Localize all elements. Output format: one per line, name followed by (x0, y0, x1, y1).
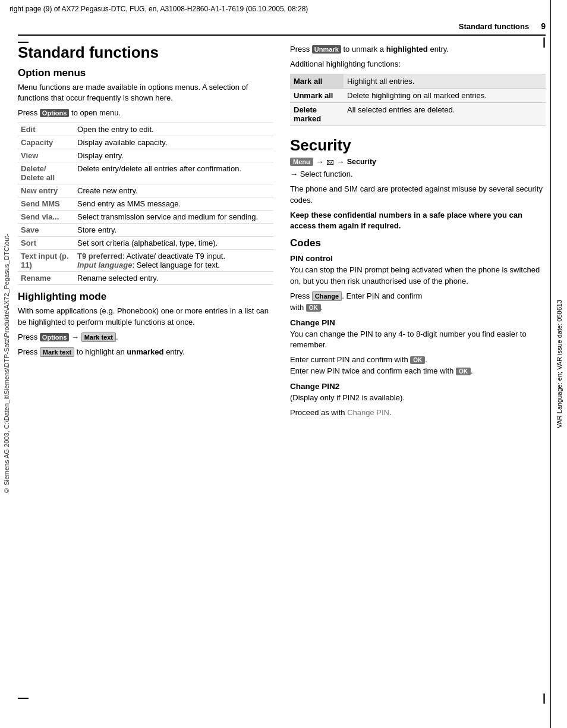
option-key: View (18, 149, 74, 162)
security-title: Security (290, 137, 546, 154)
menu-navigation-line: Menu → 🖂 → Security (290, 157, 546, 167)
option-key: Sort (18, 237, 74, 250)
option-key: Text input (p. 11) (18, 250, 74, 272)
table-row: Send MMSSend entry as MMS message. (18, 197, 273, 211)
table-row: RenameRename selected entry. (18, 272, 273, 285)
hl-key: Mark all (290, 74, 344, 88)
option-value: Display available capacity. (74, 136, 273, 149)
col-right: Press Unmark to unmark a highlighted ent… (290, 44, 546, 422)
option-key: Save (18, 224, 74, 237)
option-key: New entry (18, 184, 74, 197)
arrow1: → (316, 157, 324, 167)
arrow2: → (336, 157, 345, 167)
change-pin-heading: Change PIN (290, 318, 546, 327)
option-value: Delete entry/delete all entries after co… (74, 162, 273, 184)
pin-control-change-line: Press Change. Enter PIN and confirm with… (290, 291, 546, 313)
table-row: Delete markedAll selected entries are de… (290, 102, 546, 125)
main-section-title: Standard functions (18, 44, 273, 61)
main-content: Standard functions 9 Standard functions … (18, 15, 546, 422)
additional-highlighting-label: Additional highlighting functions: (290, 59, 546, 70)
hl-value: All selected entries are deleted. (344, 102, 546, 125)
hl-key: Unmark all (290, 88, 344, 102)
sim-icon: 🖂 (326, 158, 334, 167)
security-warning: Keep these confidential numbers in a saf… (290, 210, 546, 231)
change-key: Change (312, 291, 342, 301)
hl-value: Delete highlighting on all marked entrie… (344, 88, 546, 102)
change-pin-link: Change PIN (347, 408, 389, 417)
option-value: Rename selected entry. (74, 272, 273, 285)
table-row: ViewDisplay entry. (18, 149, 273, 162)
left-sidebar: © Siemens AG 2003, C:\Daten_it\Siemens\D… (0, 0, 13, 728)
options-key: Options (40, 109, 70, 117)
option-value: Open the entry to edit. (74, 123, 273, 136)
two-col-layout: Standard functions Option menus Menu fun… (18, 44, 546, 422)
table-row: Send via...Select transmission service a… (18, 211, 273, 224)
select-function-line: → Select function. (290, 169, 546, 180)
option-value: Store entry. (74, 224, 273, 237)
option-key: Edit (18, 123, 74, 136)
corner-mark-tl: — (18, 36, 29, 48)
ok-key3: OK (456, 368, 471, 375)
table-row: New entryCreate new entry. (18, 184, 273, 197)
press-options-line: Press Options to open menu. (18, 108, 273, 119)
hl-value: Highlight all entries. (344, 74, 546, 88)
pin-control-heading: PIN control (290, 254, 546, 263)
top-bar-text: right page (9) of AX72 Pegasus-DTC, FUG,… (10, 5, 308, 13)
ok-key2: OK (410, 356, 425, 364)
page-header-number: 9 (541, 21, 546, 31)
security-intro: The phone and SIM card are protected aga… (290, 184, 546, 206)
press-unmark-line: Press Unmark to unmark a highlighted ent… (290, 44, 546, 55)
option-key: Capacity (18, 136, 74, 149)
unmark-key: Unmark (312, 45, 341, 54)
mark-text-key: Mark text (81, 332, 116, 342)
change-pin-text1: You can change the PIN to any 4- to 8-di… (290, 329, 546, 352)
left-sidebar-text: © Siemens AG 2003, C:\Daten_it\Siemens\D… (3, 234, 10, 494)
page-header-title: Standard functions (459, 22, 529, 31)
corner-mark-bl: — (18, 692, 29, 704)
change-pin-lines: Enter current PIN and confirm with OK. E… (290, 354, 546, 377)
option-value: Create new entry. (74, 184, 273, 197)
option-value: Set sort criteria (alphabetical, type, t… (74, 237, 273, 250)
highlighting-heading: Highlighting mode (18, 291, 273, 303)
change-pin2-text2: Proceed as with Change PIN. (290, 407, 546, 419)
option-menus-heading: Option menus (18, 67, 273, 79)
table-row: EditOpen the entry to edit. (18, 123, 273, 136)
right-sidebar-text: VAR Language: en; VAR issue date: 050613 (556, 300, 563, 428)
security-label: Security (347, 158, 376, 166)
change-pin2-heading: Change PIN2 (290, 382, 546, 391)
top-bar: right page (9) of AX72 Pegasus-DTC, FUG,… (0, 0, 567, 15)
table-row: Mark allHighlight all entries. (290, 74, 546, 88)
option-key: Send via... (18, 211, 74, 224)
highlighting-options-key: Options (40, 333, 70, 341)
table-row: Unmark allDelete highlighting on all mar… (290, 88, 546, 102)
mark-text-key2: Mark text (40, 347, 74, 357)
corner-mark-br: | (543, 692, 546, 704)
table-row: SaveStore entry. (18, 224, 273, 237)
option-value: Display entry. (74, 149, 273, 162)
col-left: Standard functions Option menus Menu fun… (18, 44, 273, 422)
option-key: Rename (18, 272, 74, 285)
press-mark-text-line: Press Mark text to highlight an unmarked… (18, 347, 273, 358)
corner-mark-tr: | (543, 36, 546, 48)
right-sidebar: VAR Language: en; VAR issue date: 050613 (550, 0, 567, 728)
select-arrow: → (290, 170, 298, 178)
option-value: Send entry as MMS message. (74, 197, 273, 211)
highlighting-intro: With some applications (e.g. Phonebook) … (18, 306, 273, 328)
codes-heading: Codes (290, 237, 546, 249)
table-row: Text input (p. 11)T9 preferred: Activate… (18, 250, 273, 272)
ok-key1: OK (306, 304, 321, 312)
hl-key: Delete marked (290, 102, 344, 125)
table-row: SortSet sort criteria (alphabetical, typ… (18, 237, 273, 250)
table-row: CapacityDisplay available capacity. (18, 136, 273, 149)
table-row: Delete/ Delete allDelete entry/delete al… (18, 162, 273, 184)
change-pin2-text1: (Display only if PIN2 is available). (290, 393, 546, 404)
page-header: Standard functions 9 (18, 15, 546, 36)
option-key: Delete/ Delete all (18, 162, 74, 184)
option-value: T9 preferred: Activate/ deactivate T9 in… (74, 250, 273, 272)
option-key: Send MMS (18, 197, 74, 211)
press-options-mark-line: Press Options → Mark text. (18, 332, 273, 343)
pin-control-text1: You can stop the PIN prompt being activa… (290, 265, 546, 287)
highlighting-table: Mark allHighlight all entries.Unmark all… (290, 74, 546, 126)
menu-key: Menu (290, 158, 313, 166)
option-table: EditOpen the entry to edit.CapacityDispl… (18, 123, 273, 285)
